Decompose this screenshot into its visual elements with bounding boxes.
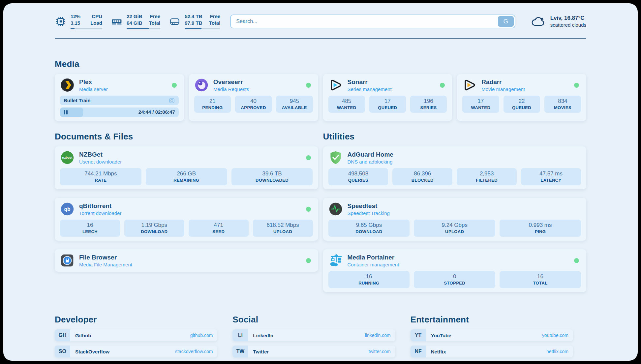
documents-column: Documents & Files nzbget — [55, 132, 318, 292]
pause-icon[interactable] — [64, 110, 68, 114]
bookmarks-social: Social LI LinkedIn linkedin.com TW Twitt… — [232, 315, 395, 361]
app-name: AdGuard Home — [348, 151, 393, 158]
bookmark-netflix[interactable]: NF Netflix netflix.com — [411, 346, 573, 357]
status-online-dot — [306, 155, 311, 160]
disk-total-label: Total — [209, 20, 221, 26]
bookmark-url: twitter.com — [369, 349, 391, 354]
disk-monitor: 52.4 TB 97.9 TB Free Total — [169, 13, 220, 29]
status-online-dot — [306, 258, 311, 263]
stat-downloaded: 39.6 TB DOWNLOADED — [231, 168, 313, 185]
disk-icon — [169, 15, 181, 27]
sonarr-icon — [328, 78, 343, 92]
app-subtitle: DNS and adblocking — [348, 159, 393, 165]
section-title-social: Social — [232, 315, 395, 325]
cpu-usage-label: CPU — [90, 13, 102, 20]
bookmarks-developer: Developer GH Github github.com SO StackO… — [55, 315, 217, 361]
app-card-nzbget[interactable]: nzbget NZBGet Usenet downloader 74 — [55, 146, 318, 189]
cpu-usage-value: 12% — [71, 13, 80, 20]
app-name: File Browser — [79, 254, 132, 261]
svg-text:qb: qb — [64, 206, 70, 212]
playback-time: 24:44 / 02:06:47 — [138, 109, 175, 115]
stat-download: 9.65 Gbps DOWNLOAD — [328, 220, 410, 237]
stat-blocked: 86,396 BLOCKED — [392, 168, 452, 185]
bookmark-youtube[interactable]: YT YouTube youtube.com — [411, 329, 573, 341]
app-subtitle: Media server — [79, 86, 108, 92]
portainer-icon — [328, 253, 343, 268]
bookmark-stackoverflow[interactable]: SO StackOverflow stackoverflow.com — [55, 346, 217, 357]
app-subtitle: Container management — [348, 262, 399, 267]
qbittorrent-icon: qb — [60, 202, 75, 216]
status-online-dot — [306, 207, 311, 212]
app-name: Plex — [79, 78, 108, 86]
app-card-speedtest[interactable]: Speedtest Speedtest Tracking 9.65 Gbps D… — [323, 198, 587, 241]
search-input[interactable] — [230, 15, 515, 28]
ram-progress-bar — [127, 28, 160, 29]
cpu-icon — [55, 15, 67, 27]
bookmark-twitter[interactable]: TW Twitter twitter.com — [232, 346, 395, 357]
section-title-documents: Documents & Files — [55, 132, 318, 142]
stat-pending: 21 PENDING — [194, 96, 231, 113]
stat-latency: 47.57 ms LATENCY — [521, 168, 581, 185]
header-divider — [55, 38, 586, 39]
app-card-adguard[interactable]: AdGuard Home DNS and adblocking 498,508 … — [323, 146, 587, 189]
app-card-portainer[interactable]: Media Portainer Container management 16 … — [323, 249, 587, 292]
cpu-progress-fill — [71, 28, 75, 29]
disk-total-value: 97.9 TB — [185, 20, 202, 26]
stat-movies: 834 MOVIES — [544, 96, 581, 113]
app-card-radarr[interactable]: Radarr Movie management 17 WANTED 22 QUE… — [457, 74, 586, 121]
app-name: Media Portainer — [348, 254, 399, 261]
section-title-utilities: Utilities — [323, 132, 587, 142]
app-card-overseerr[interactable]: Overseerr Media Requests 21 PENDING 40 A… — [189, 74, 318, 121]
bookmark-abbr: LI — [232, 329, 248, 341]
bookmark-abbr: SO — [55, 346, 70, 357]
stat-filtered: 2,953 FILTERED — [457, 168, 517, 185]
app-card-qbittorrent[interactable]: qb qBittorrent Torrent downloader — [55, 198, 318, 241]
disk-free-value: 52.4 TB — [185, 13, 202, 20]
plex-icon — [60, 78, 75, 92]
bookmark-url: stackoverflow.com — [175, 349, 213, 354]
disk-progress-fill — [185, 28, 201, 29]
section-title-entertainment: Entertainment — [411, 315, 573, 325]
cloud-icon — [531, 15, 546, 28]
filebrowser-icon — [60, 253, 75, 268]
app-subtitle: Media Requests — [213, 86, 249, 92]
media-cards-row: Plex Media server Bullet Train — [55, 74, 586, 121]
search-engine-button[interactable]: G — [498, 16, 514, 27]
disk-progress-bar — [185, 28, 220, 29]
ram-free-label: Free — [149, 13, 161, 20]
stat-queries: 498,508 QUERIES — [328, 168, 388, 185]
stat-available: 945 AVAILABLE — [276, 96, 313, 113]
ram-free-value: 22 GiB — [127, 13, 142, 20]
nzbget-icon: nzbget — [60, 150, 75, 165]
weather-condition: scattered clouds — [550, 22, 586, 28]
bookmarks-entertainment: Entertainment YT YouTube youtube.com NF … — [411, 315, 573, 361]
disc-icon[interactable] — [168, 97, 175, 104]
bookmark-linkedin[interactable]: LI LinkedIn linkedin.com — [232, 329, 395, 341]
app-card-plex[interactable]: Plex Media server Bullet Train — [55, 74, 184, 121]
bookmark-label: Netflix — [431, 349, 446, 354]
cpu-progress-bar — [71, 28, 102, 29]
bookmark-github[interactable]: GH Github github.com — [55, 329, 217, 341]
app-name: Sonarr — [348, 78, 392, 86]
app-subtitle: Media File Management — [79, 262, 132, 267]
status-online-dot — [306, 83, 311, 88]
cpu-load-label: Load — [90, 20, 102, 26]
bookmark-abbr: TW — [232, 346, 248, 357]
app-subtitle: Torrent downloader — [79, 210, 121, 216]
ram-icon — [111, 15, 123, 27]
now-playing-row: Bullet Train — [60, 96, 179, 105]
ram-progress-fill — [127, 28, 149, 29]
app-subtitle: Series management — [348, 86, 392, 92]
weather-location-temp: Lviv, 16.87°C — [550, 15, 586, 21]
app-name: Overseerr — [213, 78, 249, 86]
app-card-filebrowser[interactable]: File Browser Media File Management — [55, 249, 318, 272]
speedtest-icon — [328, 202, 343, 216]
header: 12% 3.15 CPU Load — [55, 3, 586, 29]
bookmark-label: YouTube — [431, 333, 451, 338]
app-card-sonarr[interactable]: Sonarr Series management 485 WANTED 17 Q… — [323, 74, 452, 121]
weather-widget[interactable]: Lviv, 16.87°C scattered clouds — [531, 15, 586, 28]
search-bar: G — [230, 15, 515, 28]
app-name: NZBGet — [79, 151, 122, 158]
bookmark-url: linkedin.com — [365, 333, 391, 338]
now-playing-title: Bullet Train — [64, 98, 91, 103]
